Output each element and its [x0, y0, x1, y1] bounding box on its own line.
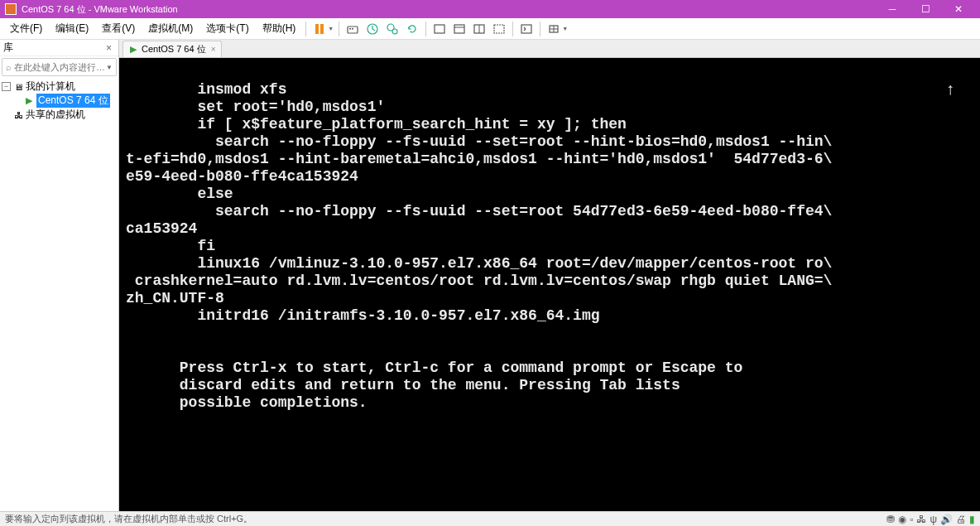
vm-tab-icon: ▶: [128, 45, 138, 55]
sidebar-close-button[interactable]: ×: [103, 42, 115, 54]
tray-sound-icon[interactable]: 🔊: [940, 514, 953, 525]
library-sidebar: 库 × ⌕ ▼ − 🖥 我的计算机 ▶ CentOS 7 64 位 🖧 共享的虚…: [0, 40, 119, 511]
sidebar-title: 库: [3, 41, 13, 55]
separator: [425, 22, 426, 36]
console-line: fi: [126, 238, 215, 254]
console-line: e59-4eed-b080-ffe4ca153924: [126, 168, 358, 185]
separator: [540, 22, 540, 36]
stretch-guest-button[interactable]: [545, 20, 563, 38]
console-line: discard edits and return to the menu. Pr…: [126, 377, 680, 393]
tree-label: 我的计算机: [26, 80, 75, 94]
content-area: ▶ CentOS 7 64 位 × ↑ insmod xfs set root=…: [119, 40, 980, 511]
power-dropdown[interactable]: ▼: [328, 26, 335, 31]
sidebar-header: 库 ×: [0, 40, 118, 56]
main-area: 库 × ⌕ ▼ − 🖥 我的计算机 ▶ CentOS 7 64 位 🖧 共享的虚…: [0, 40, 980, 511]
search-input[interactable]: [14, 62, 106, 72]
pause-button[interactable]: [310, 20, 329, 38]
menu-help[interactable]: 帮助(H): [256, 20, 303, 37]
snapshot-button[interactable]: [363, 20, 382, 38]
console-line: else: [126, 186, 233, 202]
view-single-button[interactable]: [430, 20, 449, 38]
svg-rect-1: [320, 24, 324, 34]
maximize-button[interactable]: ☐: [909, 0, 942, 18]
tray-display-icon[interactable]: ▮: [969, 514, 975, 525]
scroll-up-indicator: ↑: [945, 81, 955, 99]
svg-rect-9: [454, 25, 464, 33]
view-quickswitch-button[interactable]: [470, 20, 488, 38]
view-unity-button[interactable]: [490, 20, 508, 38]
statusbar: 要将输入定向到该虚拟机，请在虚拟机内部单击或按 Ctrl+G。 ⛃ ◉ ▫ 🖧 …: [0, 511, 980, 526]
tree-root-mycomputer[interactable]: − 🖥 我的计算机: [2, 80, 117, 94]
svg-rect-13: [494, 25, 504, 33]
tray-cd-icon[interactable]: ◉: [898, 514, 906, 525]
svg-point-7: [392, 29, 397, 34]
console-line: ca153924: [126, 220, 197, 237]
console-line: possible completions.: [126, 394, 368, 411]
tree-node-shared[interactable]: 🖧 共享的虚拟机: [2, 108, 117, 122]
tree-node-centos[interactable]: ▶ CentOS 7 64 位: [2, 94, 117, 108]
search-icon: ⌕: [6, 62, 12, 72]
svg-rect-3: [349, 28, 351, 30]
send-ctrl-alt-del-button[interactable]: [343, 20, 362, 38]
tray-printer-icon[interactable]: 🖨: [956, 514, 966, 525]
svg-rect-0: [315, 24, 319, 34]
tabbar: ▶ CentOS 7 64 位 ×: [119, 40, 980, 58]
close-window-button[interactable]: ✕: [942, 0, 975, 18]
menu-vm[interactable]: 虚拟机(M): [142, 20, 199, 37]
separator: [305, 22, 306, 36]
tree-label: 共享的虚拟机: [26, 108, 85, 122]
console-line: if [ x$feature_platform_search_hint = xy…: [126, 116, 627, 133]
titlebar: CentOS 7 64 位 - VMware Workstation ─ ☐ ✕: [0, 0, 980, 18]
sidebar-search[interactable]: ⌕ ▼: [2, 58, 117, 76]
svg-rect-4: [352, 28, 353, 30]
vmware-app-icon: [5, 3, 17, 15]
console-line: initrd16 /initramfs-3.10.0-957.el7.x86_6…: [126, 307, 600, 324]
minimize-button[interactable]: ─: [876, 0, 909, 18]
library-tree: − 🖥 我的计算机 ▶ CentOS 7 64 位 🖧 共享的虚拟机: [0, 78, 118, 511]
separator: [339, 22, 339, 36]
menu-edit[interactable]: 编辑(E): [49, 20, 95, 37]
vm-console[interactable]: ↑ insmod xfs set root='hd0,msdos1' if [ …: [119, 58, 980, 511]
menu-tabs[interactable]: 选项卡(T): [199, 20, 255, 37]
stretch-dropdown[interactable]: ▼: [562, 26, 569, 31]
console-line: t-efi=hd0,msdos1 --hint-baremetal=ahci0,…: [126, 151, 832, 167]
computer-icon: 🖥: [12, 82, 24, 92]
revert-snapshot-button[interactable]: [403, 20, 421, 38]
svg-rect-2: [348, 27, 358, 33]
vm-running-icon: ▶: [23, 95, 35, 106]
console-line: insmod xfs: [126, 81, 286, 98]
menu-view[interactable]: 查看(V): [95, 20, 142, 37]
view-console-button[interactable]: [450, 20, 468, 38]
console-line: Press Ctrl-x to start, Ctrl-c for a comm…: [126, 360, 742, 376]
menubar: 文件(F) 编辑(E) 查看(V) 虚拟机(M) 选项卡(T) 帮助(H) ▼ …: [0, 18, 980, 40]
svg-rect-8: [435, 25, 444, 33]
console-line: set root='hd0,msdos1': [126, 99, 385, 115]
menu-file[interactable]: 文件(F): [3, 20, 49, 37]
svg-rect-14: [521, 25, 531, 33]
tab-label: CentOS 7 64 位: [142, 43, 206, 55]
tab-close-button[interactable]: ×: [211, 45, 216, 54]
tree-label: CentOS 7 64 位: [36, 94, 110, 108]
console-line: zh_CN.UTF-8: [126, 290, 224, 306]
tab-centos[interactable]: ▶ CentOS 7 64 位 ×: [122, 41, 222, 57]
device-tray: ⛃ ◉ ▫ 🖧 ψ 🔊 🖨 ▮: [886, 514, 975, 525]
shared-vm-icon: 🖧: [12, 110, 24, 120]
window-title: CentOS 7 64 位 - VMware Workstation: [22, 3, 876, 16]
snapshot-manager-button[interactable]: [383, 20, 401, 38]
tray-floppy-icon[interactable]: ▫: [910, 514, 913, 525]
tray-hdd-icon[interactable]: ⛃: [886, 514, 895, 525]
console-line: search --no-floppy --fs-uuid --set=root …: [126, 203, 832, 220]
fullscreen-button[interactable]: [517, 20, 536, 38]
console-line: search --no-floppy --fs-uuid --set=root …: [126, 133, 832, 150]
separator: [512, 22, 513, 36]
tree-collapse-icon[interactable]: −: [2, 82, 11, 91]
status-text: 要将输入定向到该虚拟机，请在虚拟机内部单击或按 Ctrl+G。: [5, 513, 252, 525]
console-line: crashkernel=auto rd.lvm.lv=centos/root r…: [126, 273, 832, 289]
tray-usb-icon[interactable]: ψ: [930, 514, 937, 525]
search-dropdown[interactable]: ▼: [106, 64, 113, 71]
console-line: linux16 /vmlinuz-3.10.0-957.el7.x86_64 r…: [126, 255, 832, 272]
tray-network-icon[interactable]: 🖧: [916, 514, 926, 525]
